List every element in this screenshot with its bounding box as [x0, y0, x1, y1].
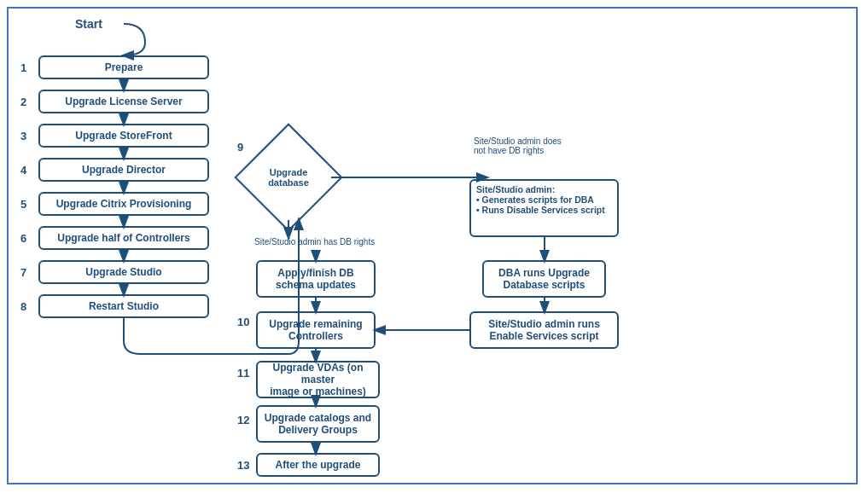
- step-4-box: Upgrade Director: [38, 158, 209, 182]
- step-num-4: 4: [20, 164, 26, 177]
- step-13-box: After the upgrade: [256, 453, 380, 477]
- step-num-3: 3: [20, 130, 26, 142]
- step-num-1: 1: [20, 61, 26, 74]
- outer-border: Start 1 Prepare 2 Upgrade License Server…: [7, 7, 858, 484]
- step-6-box: Upgrade half of Controllers: [38, 226, 209, 250]
- has-rights-label: Site/Studio admin has DB rights: [254, 237, 375, 246]
- step-12-box: Upgrade catalogs andDelivery Groups: [256, 405, 380, 443]
- step-7-box: Upgrade Studio: [38, 260, 209, 284]
- step-num-10: 10: [237, 316, 249, 328]
- step-1-box: Prepare: [38, 55, 209, 79]
- step-num-9: 9: [237, 141, 243, 154]
- step-3-box: Upgrade StoreFront: [38, 124, 209, 148]
- step-5-box: Upgrade Citrix Provisioning: [38, 192, 209, 216]
- dba-runs-box: DBA runs UpgradeDatabase scripts: [482, 260, 606, 298]
- step-8-box: Restart Studio: [38, 294, 209, 318]
- step-num-7: 7: [20, 266, 26, 279]
- enable-services-box: Site/Studio admin runsEnable Services sc…: [469, 311, 619, 349]
- step-10-box: Upgrade remainingControllers: [256, 311, 376, 349]
- admin-scripts-box: Site/Studio admin:• Generates scripts fo…: [469, 179, 619, 237]
- step-2-box: Upgrade License Server: [38, 90, 209, 113]
- step-num-8: 8: [20, 300, 26, 313]
- step-num-5: 5: [20, 198, 26, 211]
- apply-db-box: Apply/finish DBschema updates: [256, 260, 376, 298]
- step-num-13: 13: [237, 459, 249, 472]
- step-11-box: Upgrade VDAs (on masterimage or machines…: [256, 361, 380, 398]
- step-num-2: 2: [20, 96, 26, 108]
- start-label: Start: [75, 17, 102, 31]
- step-num-11: 11: [237, 367, 249, 380]
- step-9-diamond: Upgrade database: [246, 135, 331, 220]
- no-rights-label: Site/Studio admin doesnot have DB rights: [474, 136, 585, 155]
- step-num-12: 12: [237, 414, 249, 426]
- step-num-6: 6: [20, 232, 26, 245]
